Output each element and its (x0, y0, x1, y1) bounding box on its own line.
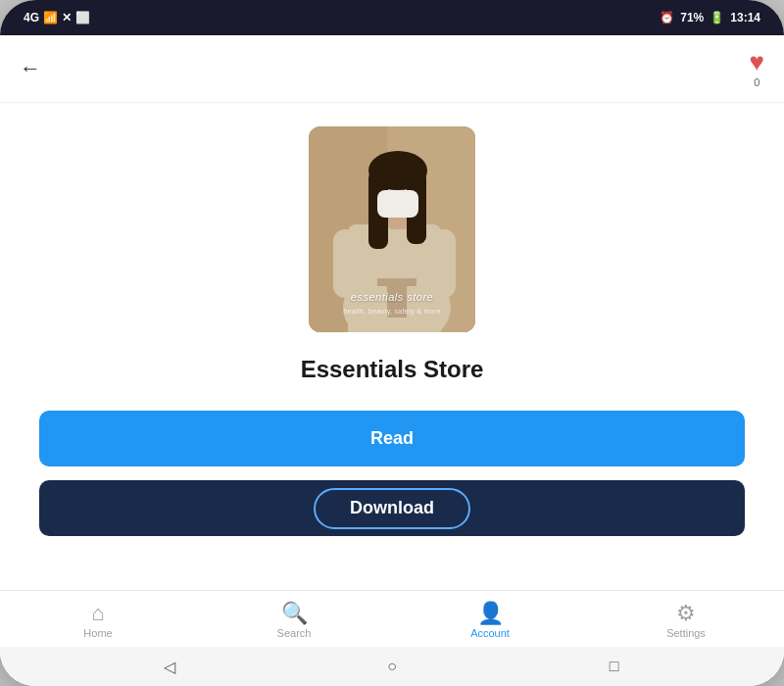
heart-icon: ♥ (750, 49, 764, 74)
android-recent-button[interactable]: □ (605, 657, 624, 676)
signal-icon: 4G (24, 11, 39, 24)
bottom-nav: ⌂ Home 🔍 Search 👤 Account ⚙ Settings (0, 590, 784, 647)
network-icon: ✕ (62, 11, 72, 24)
svg-rect-5 (377, 278, 416, 286)
main-content: ← ♥ 0 (0, 35, 784, 686)
battery-icon: 🔋 (710, 11, 724, 24)
settings-icon: ⚙ (676, 603, 696, 624)
nav-label-search: Search (277, 627, 312, 639)
download-button[interactable]: Download (39, 480, 745, 536)
back-button[interactable]: ← (20, 56, 41, 81)
store-image-label: essentials store (351, 291, 433, 303)
android-nav-bar: ◁ ○ □ (0, 647, 784, 686)
cast-icon: ⬜ (75, 11, 90, 24)
svg-point-14 (385, 181, 395, 189)
home-icon: ⌂ (91, 603, 104, 624)
download-label: Download (350, 498, 434, 517)
action-buttons: Read Download (39, 411, 745, 536)
nav-item-home[interactable]: ⌂ Home (0, 597, 196, 643)
top-nav: ← ♥ 0 (0, 35, 784, 103)
store-title: Essentials Store (301, 356, 484, 383)
nav-item-settings[interactable]: ⚙ Settings (588, 597, 784, 643)
battery-label: 71% (680, 11, 704, 24)
svg-point-15 (401, 181, 411, 189)
account-icon: 👤 (477, 603, 504, 624)
status-bar: 4G 📶 ✕ ⬜ ⏰ 71% 🔋 13:14 (0, 0, 784, 35)
nav-item-account[interactable]: 👤 Account (392, 597, 588, 643)
phone-frame: 4G 📶 ✕ ⬜ ⏰ 71% 🔋 13:14 ← ♥ 0 (0, 0, 784, 686)
alarm-icon: ⏰ (660, 11, 674, 24)
read-button[interactable]: Read (39, 411, 745, 466)
search-icon: 🔍 (281, 603, 308, 624)
store-image-bg: essentials store health, beauty, safety … (309, 126, 475, 332)
status-left: 4G 📶 ✕ ⬜ (24, 11, 90, 24)
status-right: ⏰ 71% 🔋 13:14 (660, 11, 760, 24)
content-area: essentials store health, beauty, safety … (0, 103, 784, 590)
wifi-icon: 📶 (43, 11, 58, 24)
svg-rect-6 (333, 229, 358, 298)
heart-count: 0 (754, 76, 760, 88)
nav-item-search[interactable]: 🔍 Search (196, 597, 392, 643)
nav-label-account: Account (470, 627, 510, 639)
store-image-subtitle: health, beauty, safety & more (343, 308, 440, 315)
nav-label-home: Home (83, 627, 112, 639)
nav-label-settings: Settings (666, 627, 706, 639)
android-home-button[interactable]: ○ (382, 657, 402, 676)
store-image: essentials store health, beauty, safety … (309, 126, 475, 332)
android-back-button[interactable]: ◁ (160, 657, 179, 676)
favorites-container[interactable]: ♥ 0 (750, 49, 764, 88)
time-label: 13:14 (730, 11, 760, 24)
svg-rect-7 (431, 229, 456, 298)
svg-rect-13 (377, 190, 418, 218)
